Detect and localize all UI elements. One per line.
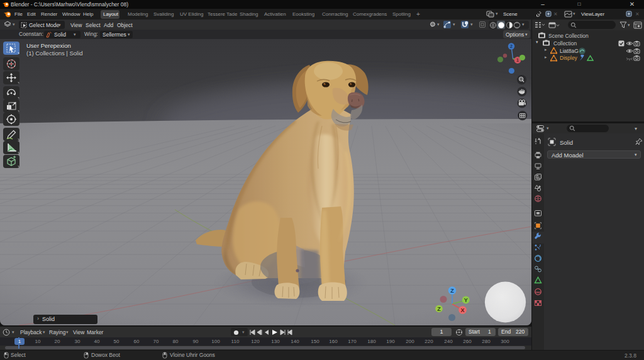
svg-text:X: X	[461, 307, 465, 313]
svg-text:1: 1	[516, 58, 519, 62]
svg-text:Z: Z	[450, 288, 454, 294]
svg-text:2: 2	[510, 44, 513, 48]
svg-text:Z: Z	[437, 306, 441, 312]
svg-text:Y: Y	[464, 297, 468, 303]
